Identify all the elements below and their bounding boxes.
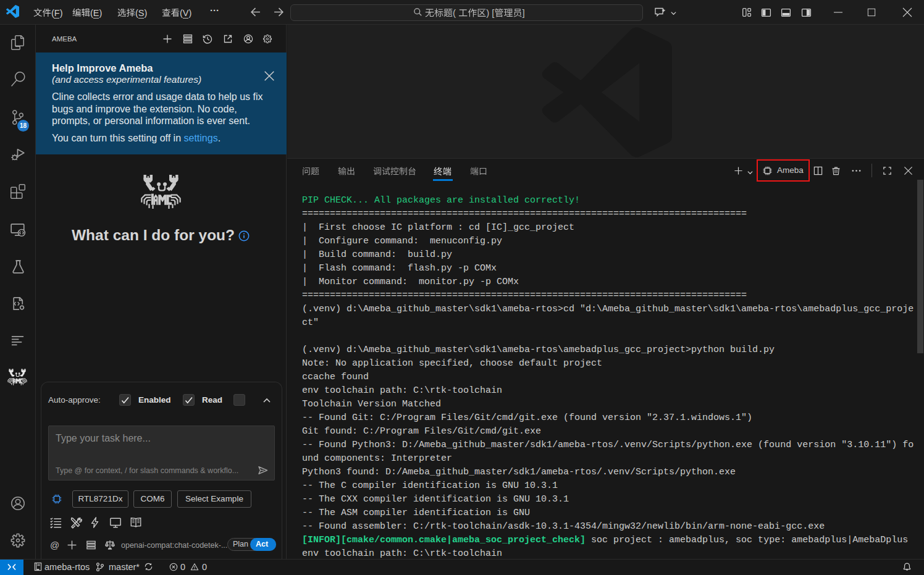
svg-text:(E): (E) [90, 7, 102, 17]
svg-text:) [: ) [ [486, 7, 495, 18]
svg-text:]: ] [523, 7, 525, 18]
svg-text:(S): (S) [135, 7, 147, 17]
svg-text:(: ( [453, 7, 456, 18]
svg-text:(F): (F) [51, 7, 63, 17]
svg-text:(V): (V) [180, 7, 191, 17]
